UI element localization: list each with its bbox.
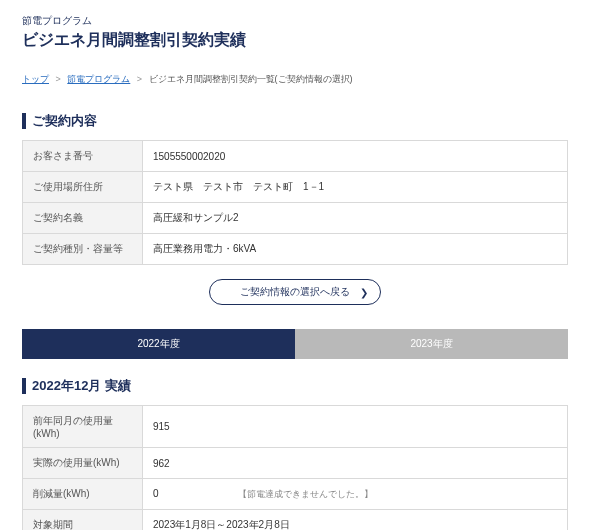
breadcrumb: トップ > 節電プログラム > ビジエネ月間調整割引契約一覧(ご契約情報の選択) <box>22 73 568 86</box>
name-value: 高圧緩和サンプル2 <box>143 203 568 234</box>
page-title: ビジエネ月間調整割引契約実績 <box>22 30 568 51</box>
customer-no-value: 1505550002020 <box>143 141 568 172</box>
address-value: テスト県 テスト市 テスト町 1－1 <box>143 172 568 203</box>
contract-section-title: ご契約内容 <box>32 112 97 130</box>
tab-2023[interactable]: 2023年度 <box>295 329 568 359</box>
type-value: 高圧業務用電力・6kVA <box>143 234 568 265</box>
breadcrumb-program[interactable]: 節電プログラム <box>67 74 130 84</box>
table-row: お客さま番号 1505550002020 <box>23 141 568 172</box>
tab-2022[interactable]: 2022年度 <box>22 329 295 359</box>
year-tabs: 2022年度 2023年度 <box>22 329 568 359</box>
reduction-note: 【節電達成できませんでした。】 <box>238 489 373 499</box>
back-button-label: ご契約情報の選択へ戻る <box>240 285 350 299</box>
section-bar-icon <box>22 113 26 129</box>
table-row: 実際の使用量(kWh) 962 <box>23 448 568 479</box>
breadcrumb-sep: > <box>56 74 61 84</box>
name-label: ご契約名義 <box>23 203 143 234</box>
table-row: 対象期間 2023年1月8日～2023年2月8日 <box>23 510 568 531</box>
actual-usage-value: 962 <box>143 448 568 479</box>
section-bar-icon <box>22 378 26 394</box>
program-name: 節電プログラム <box>22 14 568 28</box>
reduction-label: 削減量(kWh) <box>23 479 143 510</box>
results-section-head: 2022年12月 実績 <box>22 377 568 395</box>
contract-table: お客さま番号 1505550002020 ご使用場所住所 テスト県 テスト市 テ… <box>22 140 568 265</box>
address-label: ご使用場所住所 <box>23 172 143 203</box>
period-label: 対象期間 <box>23 510 143 531</box>
contract-section-head: ご契約内容 <box>22 112 568 130</box>
table-row: 削減量(kWh) 0 【節電達成できませんでした。】 <box>23 479 568 510</box>
chevron-right-icon: ❯ <box>360 287 368 298</box>
reduction-cell: 0 【節電達成できませんでした。】 <box>143 479 568 510</box>
results-section-title: 2022年12月 実績 <box>32 377 131 395</box>
results-table: 前年同月の使用量(kWh) 915 実際の使用量(kWh) 962 削減量(kW… <box>22 405 568 530</box>
type-label: ご契約種別・容量等 <box>23 234 143 265</box>
breadcrumb-sep: > <box>137 74 142 84</box>
reduction-value: 0 <box>153 488 213 499</box>
table-row: ご契約種別・容量等 高圧業務用電力・6kVA <box>23 234 568 265</box>
prev-usage-value: 915 <box>143 406 568 448</box>
actual-usage-label: 実際の使用量(kWh) <box>23 448 143 479</box>
breadcrumb-top[interactable]: トップ <box>22 74 49 84</box>
period-value: 2023年1月8日～2023年2月8日 <box>143 510 568 531</box>
back-button-wrap: ご契約情報の選択へ戻る ❯ <box>22 279 568 305</box>
table-row: 前年同月の使用量(kWh) 915 <box>23 406 568 448</box>
customer-no-label: お客さま番号 <box>23 141 143 172</box>
back-button[interactable]: ご契約情報の選択へ戻る ❯ <box>209 279 381 305</box>
breadcrumb-current: ビジエネ月間調整割引契約一覧(ご契約情報の選択) <box>149 74 353 84</box>
prev-usage-label: 前年同月の使用量(kWh) <box>23 406 143 448</box>
table-row: ご契約名義 高圧緩和サンプル2 <box>23 203 568 234</box>
table-row: ご使用場所住所 テスト県 テスト市 テスト町 1－1 <box>23 172 568 203</box>
